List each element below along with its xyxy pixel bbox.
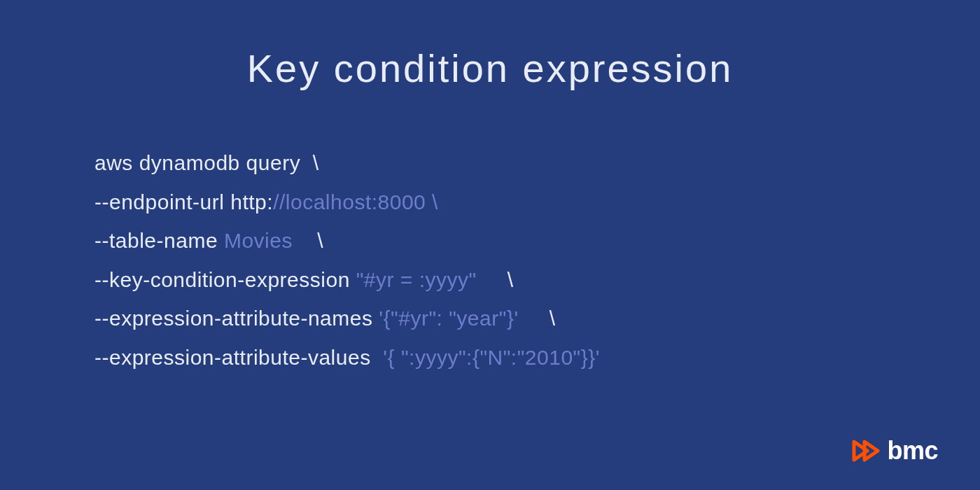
page-title: Key condition expression <box>0 46 980 91</box>
code-block: aws dynamodb query \ --endpoint-url http… <box>94 144 980 377</box>
code-line-4: --key-condition-expression "#yr = :yyyy"… <box>94 260 980 300</box>
brand-logo: bmc <box>852 436 938 465</box>
code-line-3: --table-name Movies \ <box>94 221 980 260</box>
bmc-logo-text: bmc <box>887 436 938 465</box>
code-line-2: --endpoint-url http://localhost:8000 \ <box>94 183 980 222</box>
bmc-logo-icon <box>852 438 883 464</box>
code-line-5: --expression-attribute-names '{"#yr": "y… <box>94 299 980 338</box>
code-line-6: --expression-attribute-values '{ ":yyyy"… <box>94 338 980 377</box>
code-line-1: aws dynamodb query \ <box>94 144 980 183</box>
